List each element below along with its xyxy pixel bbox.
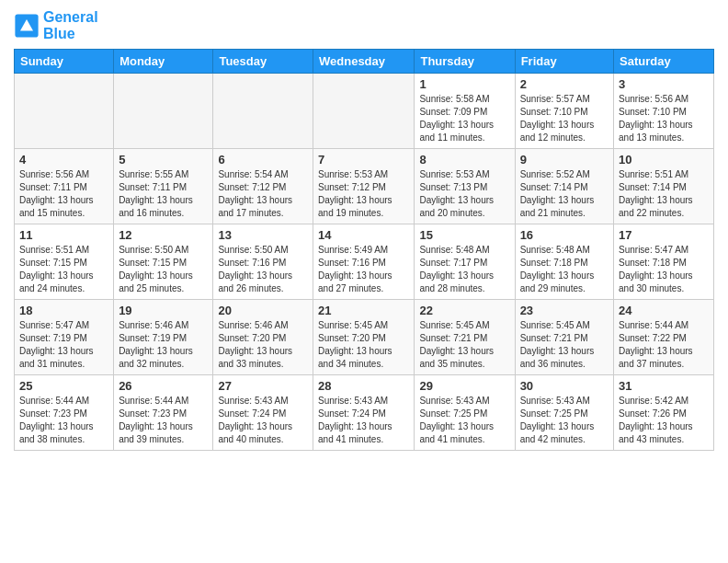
day-info: Sunrise: 5:52 AMSunset: 7:14 PMDaylight:… — [520, 168, 609, 220]
day-info: Sunrise: 5:50 AMSunset: 7:15 PMDaylight:… — [119, 244, 208, 295]
day-info: Sunrise: 5:56 AMSunset: 7:11 PMDaylight:… — [19, 168, 108, 220]
day-info: Sunrise: 5:51 AMSunset: 7:14 PMDaylight:… — [619, 168, 709, 220]
day-number: 11 — [19, 228, 108, 242]
day-number: 27 — [218, 379, 308, 393]
page: General Blue SundayMondayTuesdayWednesda… — [0, 0, 728, 563]
calendar-cell: 22Sunrise: 5:45 AMSunset: 7:21 PMDayligh… — [415, 300, 515, 375]
calendar-cell: 14Sunrise: 5:49 AMSunset: 7:16 PMDayligh… — [313, 224, 415, 300]
calendar-cell: 28Sunrise: 5:43 AMSunset: 7:24 PMDayligh… — [313, 375, 415, 451]
day-info: Sunrise: 5:45 AMSunset: 7:20 PMDaylight:… — [318, 319, 409, 371]
calendar-cell — [213, 74, 313, 149]
day-number: 4 — [19, 153, 108, 167]
day-number: 21 — [318, 304, 409, 317]
calendar-cell: 16Sunrise: 5:48 AMSunset: 7:18 PMDayligh… — [515, 224, 613, 300]
day-info: Sunrise: 5:46 AMSunset: 7:20 PMDaylight:… — [218, 319, 308, 371]
day-info: Sunrise: 5:49 AMSunset: 7:16 PMDaylight:… — [318, 244, 409, 295]
calendar-cell: 20Sunrise: 5:46 AMSunset: 7:20 PMDayligh… — [213, 300, 313, 375]
day-number: 12 — [119, 228, 208, 242]
day-info: Sunrise: 5:46 AMSunset: 7:19 PMDaylight:… — [119, 319, 208, 371]
calendar-cell: 13Sunrise: 5:50 AMSunset: 7:16 PMDayligh… — [213, 224, 313, 300]
calendar-header-thursday: Thursday — [415, 50, 515, 74]
calendar-cell: 1Sunrise: 5:58 AMSunset: 7:09 PMDaylight… — [415, 74, 515, 149]
day-number: 20 — [218, 304, 308, 317]
calendar-cell — [313, 74, 415, 149]
day-number: 8 — [419, 153, 509, 167]
day-number: 2 — [520, 77, 609, 91]
calendar-cell: 2Sunrise: 5:57 AMSunset: 7:10 PMDaylight… — [515, 74, 613, 149]
calendar-cell: 21Sunrise: 5:45 AMSunset: 7:20 PMDayligh… — [313, 300, 415, 375]
day-number: 29 — [419, 379, 509, 393]
calendar-cell: 23Sunrise: 5:45 AMSunset: 7:21 PMDayligh… — [515, 300, 613, 375]
header: General Blue — [14, 9, 714, 41]
calendar-cell: 26Sunrise: 5:44 AMSunset: 7:23 PMDayligh… — [114, 375, 213, 451]
day-number: 22 — [419, 304, 509, 317]
calendar-cell: 25Sunrise: 5:44 AMSunset: 7:23 PMDayligh… — [15, 375, 114, 451]
calendar-cell — [15, 74, 114, 149]
logo: General Blue — [14, 9, 98, 41]
day-number: 16 — [520, 228, 609, 242]
day-info: Sunrise: 5:56 AMSunset: 7:10 PMDaylight:… — [619, 93, 709, 144]
calendar-cell — [114, 74, 213, 149]
calendar-week-1: 1Sunrise: 5:58 AMSunset: 7:09 PMDaylight… — [15, 74, 714, 149]
day-info: Sunrise: 5:53 AMSunset: 7:13 PMDaylight:… — [419, 168, 509, 220]
day-info: Sunrise: 5:45 AMSunset: 7:21 PMDaylight:… — [419, 319, 509, 371]
calendar-week-5: 25Sunrise: 5:44 AMSunset: 7:23 PMDayligh… — [15, 375, 714, 451]
calendar: SundayMondayTuesdayWednesdayThursdayFrid… — [14, 49, 714, 451]
calendar-cell: 10Sunrise: 5:51 AMSunset: 7:14 PMDayligh… — [614, 149, 714, 224]
calendar-cell: 15Sunrise: 5:48 AMSunset: 7:17 PMDayligh… — [415, 224, 515, 300]
calendar-cell: 7Sunrise: 5:53 AMSunset: 7:12 PMDaylight… — [313, 149, 415, 224]
calendar-cell: 11Sunrise: 5:51 AMSunset: 7:15 PMDayligh… — [15, 224, 114, 300]
day-number: 14 — [318, 228, 409, 242]
day-info: Sunrise: 5:44 AMSunset: 7:23 PMDaylight:… — [119, 395, 208, 446]
day-number: 26 — [119, 379, 208, 393]
day-info: Sunrise: 5:43 AMSunset: 7:25 PMDaylight:… — [520, 395, 609, 446]
day-info: Sunrise: 5:44 AMSunset: 7:23 PMDaylight:… — [19, 395, 108, 446]
calendar-week-2: 4Sunrise: 5:56 AMSunset: 7:11 PMDaylight… — [15, 149, 714, 224]
day-number: 24 — [619, 304, 709, 317]
day-number: 30 — [520, 379, 609, 393]
calendar-header-sunday: Sunday — [15, 50, 114, 74]
calendar-header-row: SundayMondayTuesdayWednesdayThursdayFrid… — [15, 50, 714, 74]
day-number: 13 — [218, 228, 308, 242]
calendar-cell: 30Sunrise: 5:43 AMSunset: 7:25 PMDayligh… — [515, 375, 613, 451]
day-number: 10 — [619, 153, 709, 167]
day-info: Sunrise: 5:43 AMSunset: 7:24 PMDaylight:… — [318, 395, 409, 446]
day-info: Sunrise: 5:54 AMSunset: 7:12 PMDaylight:… — [218, 168, 308, 220]
calendar-header-monday: Monday — [114, 50, 213, 74]
calendar-cell: 24Sunrise: 5:44 AMSunset: 7:22 PMDayligh… — [614, 300, 714, 375]
calendar-header-saturday: Saturday — [614, 50, 714, 74]
calendar-cell: 9Sunrise: 5:52 AMSunset: 7:14 PMDaylight… — [515, 149, 613, 224]
day-info: Sunrise: 5:50 AMSunset: 7:16 PMDaylight:… — [218, 244, 308, 295]
day-info: Sunrise: 5:47 AMSunset: 7:19 PMDaylight:… — [19, 319, 108, 371]
calendar-cell: 8Sunrise: 5:53 AMSunset: 7:13 PMDaylight… — [415, 149, 515, 224]
calendar-cell: 5Sunrise: 5:55 AMSunset: 7:11 PMDaylight… — [114, 149, 213, 224]
day-info: Sunrise: 5:53 AMSunset: 7:12 PMDaylight:… — [318, 168, 409, 220]
day-info: Sunrise: 5:55 AMSunset: 7:11 PMDaylight:… — [119, 168, 208, 220]
day-info: Sunrise: 5:43 AMSunset: 7:24 PMDaylight:… — [218, 395, 308, 446]
day-info: Sunrise: 5:51 AMSunset: 7:15 PMDaylight:… — [19, 244, 108, 295]
day-info: Sunrise: 5:48 AMSunset: 7:18 PMDaylight:… — [520, 244, 609, 295]
day-number: 9 — [520, 153, 609, 167]
day-number: 28 — [318, 379, 409, 393]
day-number: 18 — [19, 304, 108, 317]
day-number: 1 — [419, 77, 509, 91]
day-info: Sunrise: 5:57 AMSunset: 7:10 PMDaylight:… — [520, 93, 609, 144]
day-number: 25 — [19, 379, 108, 393]
day-number: 15 — [419, 228, 509, 242]
calendar-cell: 6Sunrise: 5:54 AMSunset: 7:12 PMDaylight… — [213, 149, 313, 224]
calendar-cell: 18Sunrise: 5:47 AMSunset: 7:19 PMDayligh… — [15, 300, 114, 375]
calendar-week-4: 18Sunrise: 5:47 AMSunset: 7:19 PMDayligh… — [15, 300, 714, 375]
day-info: Sunrise: 5:47 AMSunset: 7:18 PMDaylight:… — [619, 244, 709, 295]
calendar-header-wednesday: Wednesday — [313, 50, 415, 74]
calendar-cell: 31Sunrise: 5:42 AMSunset: 7:26 PMDayligh… — [614, 375, 714, 451]
logo-text: General Blue — [43, 9, 98, 41]
calendar-cell: 19Sunrise: 5:46 AMSunset: 7:19 PMDayligh… — [114, 300, 213, 375]
day-number: 6 — [218, 153, 308, 167]
day-number: 31 — [619, 379, 709, 393]
day-info: Sunrise: 5:42 AMSunset: 7:26 PMDaylight:… — [619, 395, 709, 446]
calendar-cell: 12Sunrise: 5:50 AMSunset: 7:15 PMDayligh… — [114, 224, 213, 300]
calendar-cell: 27Sunrise: 5:43 AMSunset: 7:24 PMDayligh… — [213, 375, 313, 451]
day-number: 5 — [119, 153, 208, 167]
day-info: Sunrise: 5:45 AMSunset: 7:21 PMDaylight:… — [520, 319, 609, 371]
day-number: 23 — [520, 304, 609, 317]
